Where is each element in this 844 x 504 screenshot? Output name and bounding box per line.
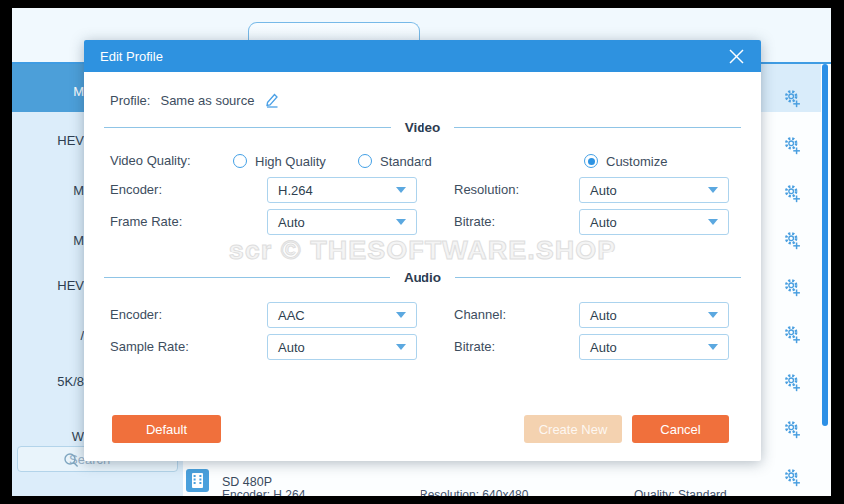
sidebar-item[interactable]: M (12, 183, 84, 198)
search-icon (63, 452, 79, 468)
audio-bitrate-value: Auto (590, 340, 708, 355)
audio-bitrate-select[interactable]: Auto (579, 334, 729, 360)
default-button[interactable]: Default (112, 415, 221, 443)
sample-rate-value: Auto (278, 340, 396, 355)
video-section-divider: Video (104, 118, 741, 136)
chevron-down-icon (396, 344, 406, 350)
sidebar-item[interactable]: / (12, 328, 84, 343)
frame-rate-label: Frame Rate: (110, 209, 182, 235)
frame-rate-select[interactable]: Auto (267, 209, 417, 235)
divider-line (104, 277, 390, 278)
gear-plus-icon[interactable] (782, 183, 802, 203)
sidebar-item[interactable]: 5K/8 (12, 374, 84, 389)
divider-line (104, 127, 391, 128)
video-quality-label: Video Quality: (110, 148, 191, 174)
audio-bitrate-label: Bitrate: (454, 334, 495, 360)
channel-select[interactable]: Auto (579, 302, 729, 328)
gear-plus-icon[interactable] (782, 419, 802, 439)
chevron-down-icon (396, 312, 406, 318)
channel-value: Auto (590, 308, 708, 323)
divider-line (455, 277, 741, 278)
profile-row-title[interactable]: SD 480P (222, 475, 272, 489)
audio-section-divider: Audio (104, 268, 741, 286)
sidebar-item[interactable]: W (12, 429, 84, 444)
sidebar-item[interactable]: HEV (12, 278, 84, 293)
gear-plus-icon[interactable] (782, 324, 802, 344)
sidebar-item[interactable]: M (12, 84, 84, 99)
radio-circle-icon (358, 154, 372, 168)
video-encoder-label: Encoder: (110, 177, 162, 203)
audio-encoder-value: AAC (278, 308, 396, 323)
radio-circle-icon (584, 154, 598, 168)
radio-high-quality[interactable]: High Quality (233, 148, 326, 174)
profile-label: Profile: (110, 93, 150, 108)
profile-name-value: Same as source (160, 93, 254, 108)
video-bitrate-label: Bitrate: (454, 209, 495, 235)
radio-label: Customize (606, 154, 667, 169)
audio-encoder-label: Encoder: (110, 302, 162, 328)
resolution-label: Resolution: (454, 177, 519, 203)
sidebar-item[interactable]: HEV (12, 133, 84, 148)
dialog-header: Edit Profile (84, 40, 761, 72)
edit-profile-dialog: Edit Profile Profile: Same as source Vid… (84, 40, 761, 461)
sample-rate-label: Sample Rate: (110, 334, 189, 360)
radio-customize[interactable]: Customize (584, 148, 667, 174)
profile-row-encoder: Encoder: H.264 (222, 488, 305, 496)
profile-row-quality: Quality: Standard (634, 488, 727, 496)
gear-plus-icon[interactable] (782, 88, 802, 108)
video-section-title: Video (405, 120, 441, 135)
chevron-down-icon (396, 219, 406, 225)
radio-label: High Quality (255, 154, 326, 169)
video-bitrate-value: Auto (590, 215, 708, 230)
gear-plus-icon[interactable] (782, 277, 802, 297)
profile-row-resolution: Resolution: 640x480 (420, 488, 528, 496)
chevron-down-icon (708, 312, 718, 318)
create-new-button[interactable]: Create New (524, 415, 622, 443)
watermark-text: scr © THESOFTWARE.SHOP (84, 236, 761, 266)
radio-standard[interactable]: Standard (358, 148, 432, 174)
dialog-title: Edit Profile (100, 49, 163, 64)
gear-plus-icon[interactable] (782, 467, 802, 487)
radio-circle-icon (233, 154, 247, 168)
edit-pencil-icon[interactable] (263, 91, 281, 109)
chevron-down-icon (708, 187, 718, 193)
radio-label: Standard (380, 154, 432, 169)
channel-label: Channel: (454, 302, 506, 328)
video-encoder-select[interactable]: H.264 (267, 177, 417, 203)
video-bitrate-select[interactable]: Auto (579, 209, 729, 235)
cancel-button[interactable]: Cancel (632, 415, 729, 443)
gear-plus-icon[interactable] (782, 135, 802, 155)
chevron-down-icon (708, 344, 718, 350)
video-file-icon (186, 469, 209, 492)
video-encoder-value: H.264 (278, 183, 396, 198)
audio-encoder-select[interactable]: AAC (267, 302, 417, 328)
chevron-down-icon (708, 219, 718, 225)
gear-plus-icon[interactable] (782, 230, 802, 250)
resolution-value: Auto (590, 183, 708, 198)
profile-name-row: Profile: Same as source (110, 90, 281, 110)
chevron-down-icon (396, 187, 406, 193)
sample-rate-select[interactable]: Auto (267, 334, 417, 360)
sidebar-item[interactable]: M (12, 233, 84, 248)
resolution-select[interactable]: Auto (579, 177, 729, 203)
gear-plus-icon[interactable] (782, 372, 802, 392)
audio-section-title: Audio (404, 270, 441, 285)
close-icon[interactable] (728, 48, 745, 65)
vertical-scrollbar[interactable] (822, 64, 828, 426)
divider-line (454, 127, 741, 128)
frame-rate-value: Auto (278, 215, 396, 230)
